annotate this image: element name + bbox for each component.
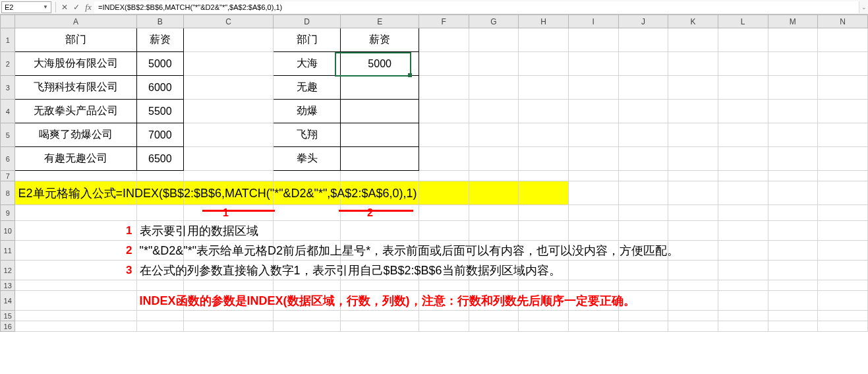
cell[interactable] bbox=[15, 280, 136, 291]
cell[interactable] bbox=[818, 181, 868, 205]
cell-D2[interactable]: 大海 bbox=[274, 52, 341, 76]
cell-C4[interactable] bbox=[184, 100, 274, 123]
cell[interactable] bbox=[668, 171, 718, 181]
row-header-9[interactable]: 9 bbox=[1, 205, 15, 221]
cell[interactable] bbox=[818, 52, 868, 76]
cell-E3[interactable] bbox=[341, 76, 419, 100]
row-header-5[interactable]: 5 bbox=[1, 123, 15, 147]
cell[interactable] bbox=[568, 52, 618, 76]
cell[interactable] bbox=[618, 28, 668, 52]
cell[interactable] bbox=[718, 123, 768, 147]
row-header-3[interactable]: 3 bbox=[1, 76, 15, 100]
expand-formula-icon[interactable]: ⌄ bbox=[859, 1, 868, 13]
cell-B11[interactable]: "*"&D2&"*"表示给单元格D2前后都加上星号*，表示前面或后面可以有内容，… bbox=[136, 241, 184, 261]
row-header-8[interactable]: 8 bbox=[1, 181, 15, 205]
cell[interactable] bbox=[136, 321, 184, 332]
cell[interactable] bbox=[668, 311, 718, 321]
cell[interactable] bbox=[568, 28, 618, 52]
cell-B3[interactable]: 6000 bbox=[136, 76, 184, 100]
col-header-K[interactable]: K bbox=[668, 15, 718, 28]
cell-A5[interactable]: 喝爽了劲爆公司 bbox=[15, 123, 136, 147]
cell[interactable] bbox=[568, 100, 618, 123]
cell[interactable] bbox=[341, 321, 419, 332]
cell-A11[interactable]: 2 bbox=[15, 241, 136, 261]
cell[interactable] bbox=[184, 321, 274, 332]
row-header-2[interactable]: 2 bbox=[1, 52, 15, 76]
cell-D6[interactable]: 拳头 bbox=[274, 147, 341, 171]
check-icon[interactable]: ✓ bbox=[71, 1, 82, 13]
cell-B2[interactable]: 5000 bbox=[136, 52, 184, 76]
cell-A1[interactable]: 部门 bbox=[15, 28, 136, 52]
cell[interactable] bbox=[519, 205, 569, 221]
cell[interactable] bbox=[469, 76, 519, 100]
cell[interactable] bbox=[136, 280, 184, 291]
cell[interactable] bbox=[469, 311, 519, 321]
cell[interactable] bbox=[618, 311, 668, 321]
cell[interactable] bbox=[519, 123, 569, 147]
cell[interactable] bbox=[15, 291, 136, 311]
cell[interactable] bbox=[818, 280, 868, 291]
cell[interactable] bbox=[274, 321, 341, 332]
cell-E6[interactable] bbox=[341, 147, 419, 171]
cell[interactable] bbox=[818, 171, 868, 181]
cell-A12[interactable]: 3 bbox=[15, 261, 136, 280]
cell-B1[interactable]: 薪资 bbox=[136, 28, 184, 52]
formula-input[interactable]: =INDEX($B$2:$B$6,MATCH("*"&D2&"*",$A$2:$… bbox=[94, 1, 859, 13]
cell[interactable] bbox=[341, 311, 419, 321]
cell-E4[interactable] bbox=[341, 100, 419, 123]
row-header-10[interactable]: 10 bbox=[1, 221, 15, 241]
cell[interactable] bbox=[568, 147, 618, 171]
cell[interactable] bbox=[768, 100, 818, 123]
cell[interactable] bbox=[718, 205, 768, 221]
row-header-16[interactable]: 16 bbox=[1, 321, 15, 332]
cell[interactable] bbox=[568, 205, 618, 221]
cell-B12[interactable]: 在公式的列参数直接输入数字1，表示引用自己$B$2:$B$6当前数据列区域内容。 bbox=[136, 261, 184, 280]
cell-D4[interactable]: 劲爆 bbox=[274, 100, 341, 123]
cell[interactable] bbox=[668, 76, 718, 100]
cell[interactable] bbox=[718, 171, 768, 181]
cell[interactable] bbox=[718, 52, 768, 76]
cell[interactable] bbox=[469, 171, 519, 181]
cell[interactable] bbox=[419, 321, 469, 332]
cell-D1[interactable]: 部门 bbox=[274, 28, 341, 52]
cell[interactable] bbox=[15, 205, 136, 221]
cell-D3[interactable]: 无趣 bbox=[274, 76, 341, 100]
cell[interactable] bbox=[519, 280, 569, 291]
cell[interactable] bbox=[419, 280, 469, 291]
cell-A8[interactable]: E2单元格输入公式=INDEX($B$2:$B$6,MATCH("*"&D2&"… bbox=[15, 181, 136, 205]
cell[interactable] bbox=[469, 123, 519, 147]
select-all-corner[interactable] bbox=[1, 15, 15, 28]
cell[interactable] bbox=[274, 171, 341, 181]
cell-C6[interactable] bbox=[184, 147, 274, 171]
cell[interactable] bbox=[768, 28, 818, 52]
cell[interactable] bbox=[818, 147, 868, 171]
cell[interactable] bbox=[818, 28, 868, 52]
cell-E5[interactable] bbox=[341, 123, 419, 147]
cell-A3[interactable]: 飞翔科技有限公司 bbox=[15, 76, 136, 100]
cell[interactable] bbox=[136, 171, 184, 181]
col-header-M[interactable]: M bbox=[768, 15, 818, 28]
cell[interactable] bbox=[768, 171, 818, 181]
cell[interactable] bbox=[568, 311, 618, 321]
cell[interactable] bbox=[618, 52, 668, 76]
cell[interactable] bbox=[768, 147, 818, 171]
chevron-down-icon[interactable]: ▼ bbox=[43, 4, 48, 10]
col-header-G[interactable]: G bbox=[469, 15, 519, 28]
cell[interactable] bbox=[419, 123, 469, 147]
cell[interactable] bbox=[419, 171, 469, 181]
cell[interactable] bbox=[519, 311, 569, 321]
cell[interactable] bbox=[618, 76, 668, 100]
col-header-E[interactable]: E bbox=[341, 15, 419, 28]
col-header-L[interactable]: L bbox=[718, 15, 768, 28]
cell[interactable] bbox=[184, 171, 274, 181]
cell[interactable] bbox=[419, 52, 469, 76]
row-header-15[interactable]: 15 bbox=[1, 311, 15, 321]
cell[interactable] bbox=[469, 280, 519, 291]
cell[interactable] bbox=[469, 205, 519, 221]
cell[interactable] bbox=[718, 28, 768, 52]
cell[interactable] bbox=[718, 147, 768, 171]
cell-A4[interactable]: 无敌拳头产品公司 bbox=[15, 100, 136, 123]
cell[interactable] bbox=[668, 52, 718, 76]
cell[interactable] bbox=[818, 311, 868, 321]
cell[interactable] bbox=[469, 321, 519, 332]
